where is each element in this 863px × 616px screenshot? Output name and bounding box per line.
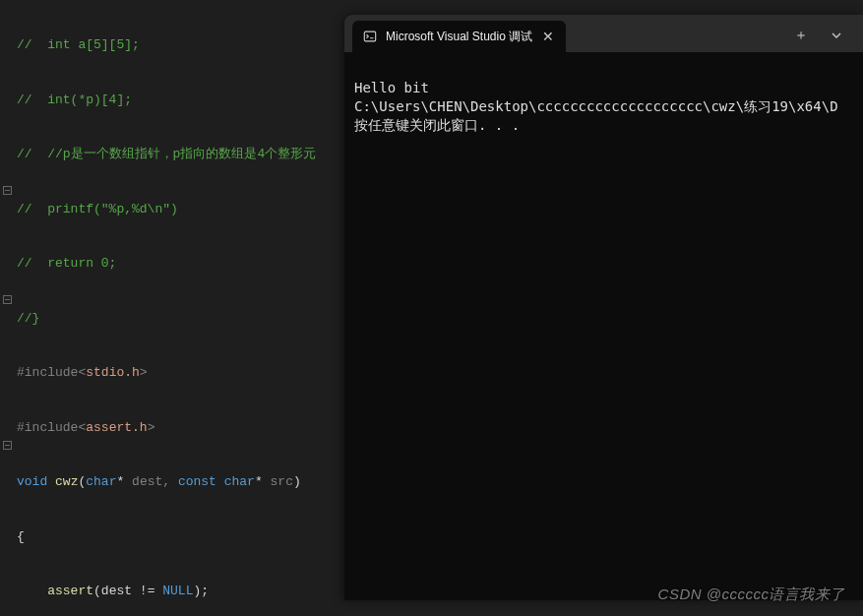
terminal-line: Hello bit xyxy=(354,80,429,95)
terminal-tab[interactable]: Microsoft Visual Studio 调试 ✕ xyxy=(352,21,566,52)
terminal-line: 按任意键关闭此窗口. . . xyxy=(354,117,520,133)
code-area[interactable]: // int a[5][5]; // int(*p)[4]; // //p是一个… xyxy=(15,0,344,616)
tab-dropdown-button[interactable] xyxy=(820,20,853,51)
watermark: CSDN @cccccc语言我来了 xyxy=(658,585,845,604)
code-text: // return 0; xyxy=(17,256,116,271)
code-text: // //p是一个数组指针，p指向的数组是4个整形元 xyxy=(17,147,316,161)
terminal-output[interactable]: Hello bit C:\Users\CHEN\Desktop\cccccccc… xyxy=(344,52,863,161)
new-tab-button[interactable]: ＋ xyxy=(784,20,818,51)
fold-toggle-icon[interactable] xyxy=(3,441,12,450)
code-text: // int a[5][5]; xyxy=(17,37,140,52)
code-text: //} xyxy=(17,311,39,326)
editor-gutter xyxy=(0,0,15,616)
fold-toggle-icon[interactable] xyxy=(3,186,12,195)
code-text: // int(*p)[4]; xyxy=(17,92,132,107)
close-icon[interactable]: ✕ xyxy=(540,29,556,44)
code-text: // printf("%p,%d\n") xyxy=(17,202,178,216)
terminal-titlebar[interactable]: Microsoft Visual Studio 调试 ✕ ＋ xyxy=(344,15,863,52)
code-editor[interactable]: // int a[5][5]; // int(*p)[4]; // //p是一个… xyxy=(0,0,344,616)
terminal-icon xyxy=(362,29,378,44)
svg-rect-0 xyxy=(364,31,375,41)
terminal-line: C:\Users\CHEN\Desktop\cccccccccccccccccc… xyxy=(354,98,838,114)
terminal-window: Microsoft Visual Studio 调试 ✕ ＋ Hello bit… xyxy=(344,15,863,600)
fold-toggle-icon[interactable] xyxy=(3,295,12,304)
terminal-tab-title: Microsoft Visual Studio 调试 xyxy=(386,29,532,45)
